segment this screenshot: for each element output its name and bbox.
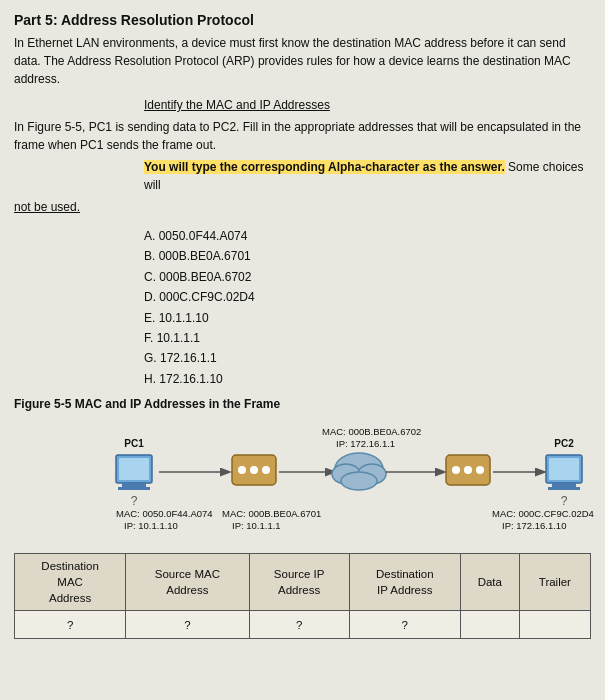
choice-c: C. 000B.BE0A.6702	[144, 267, 591, 287]
task-intro: In Figure 5-5, PC1 is sending data to PC…	[14, 118, 591, 154]
choice-a: A. 0050.0F44.A074	[144, 226, 591, 246]
cell-src-mac: ?	[126, 611, 249, 639]
cell-src-ip: ?	[249, 611, 349, 639]
svg-point-15	[341, 472, 377, 490]
svg-rect-23	[552, 483, 576, 487]
network-diagram: PC1 ? PC2 ? MAC: 005	[14, 417, 591, 547]
cell-data	[460, 611, 519, 639]
svg-point-9	[250, 466, 258, 474]
cell-dest-mac: ?	[15, 611, 126, 639]
svg-point-20	[476, 466, 484, 474]
table-row: ? ? ? ?	[15, 611, 591, 639]
svg-point-19	[464, 466, 472, 474]
col-data: Data	[460, 554, 519, 611]
svg-rect-24	[548, 487, 580, 490]
svg-point-18	[452, 466, 460, 474]
svg-text:MAC: 0050.0F44.A074: MAC: 0050.0F44.A074	[116, 508, 213, 519]
svg-text:MAC: 000B.BE0A.6702: MAC: 000B.BE0A.6702	[322, 426, 421, 437]
diagram-svg: PC1 ? PC2 ? MAC: 005	[14, 417, 594, 547]
choice-f: F. 10.1.1.1	[144, 328, 591, 348]
cell-dest-ip: ?	[349, 611, 460, 639]
svg-rect-1	[122, 483, 146, 487]
intro-text: In Ethernet LAN environments, a device m…	[14, 34, 591, 88]
svg-point-10	[262, 466, 270, 474]
svg-text:PC2: PC2	[554, 438, 574, 449]
svg-text:?: ?	[561, 494, 568, 508]
svg-rect-2	[118, 487, 150, 490]
not-used-text: not be used.	[14, 198, 591, 216]
svg-text:?: ?	[131, 494, 138, 508]
svg-rect-25	[549, 458, 579, 480]
col-trailer: Trailer	[519, 554, 590, 611]
col-dest-mac: DestinationMACAddress	[15, 554, 126, 611]
svg-text:IP: 10.1.1.1: IP: 10.1.1.1	[232, 520, 281, 531]
col-src-ip: Source IPAddress	[249, 554, 349, 611]
choice-h: H. 172.16.1.10	[144, 369, 591, 389]
choices-list: A. 0050.0F44.A074 B. 000B.BE0A.6701 C. 0…	[144, 226, 591, 389]
task-heading: Identify the MAC and IP Addresses	[144, 96, 591, 114]
svg-text:IP: 172.16.1.10: IP: 172.16.1.10	[502, 520, 566, 531]
col-src-mac: Source MACAddress	[126, 554, 249, 611]
svg-point-8	[238, 466, 246, 474]
svg-text:MAC: 000B.BE0A.6701: MAC: 000B.BE0A.6701	[222, 508, 321, 519]
highlight-line: You will type the corresponding Alpha-ch…	[144, 158, 591, 194]
svg-text:MAC: 000C.CF9C.02D4: MAC: 000C.CF9C.02D4	[492, 508, 594, 519]
figure-title: Figure 5-5 MAC and IP Addresses in the F…	[14, 397, 591, 411]
page-title: Part 5: Address Resolution Protocol	[14, 12, 591, 28]
cell-trailer	[519, 611, 590, 639]
frame-table: DestinationMACAddress Source MACAddress …	[14, 553, 591, 639]
choice-e: E. 10.1.1.10	[144, 308, 591, 328]
svg-text:IP: 10.1.1.10: IP: 10.1.1.10	[124, 520, 178, 531]
svg-rect-3	[119, 458, 149, 480]
choice-d: D. 000C.CF9C.02D4	[144, 287, 591, 307]
svg-text:PC1: PC1	[124, 438, 144, 449]
col-dest-ip: DestinationIP Address	[349, 554, 460, 611]
svg-text:IP: 172.16.1.1: IP: 172.16.1.1	[336, 438, 395, 449]
choice-b: B. 000B.BE0A.6701	[144, 246, 591, 266]
choice-g: G. 172.16.1.1	[144, 348, 591, 368]
